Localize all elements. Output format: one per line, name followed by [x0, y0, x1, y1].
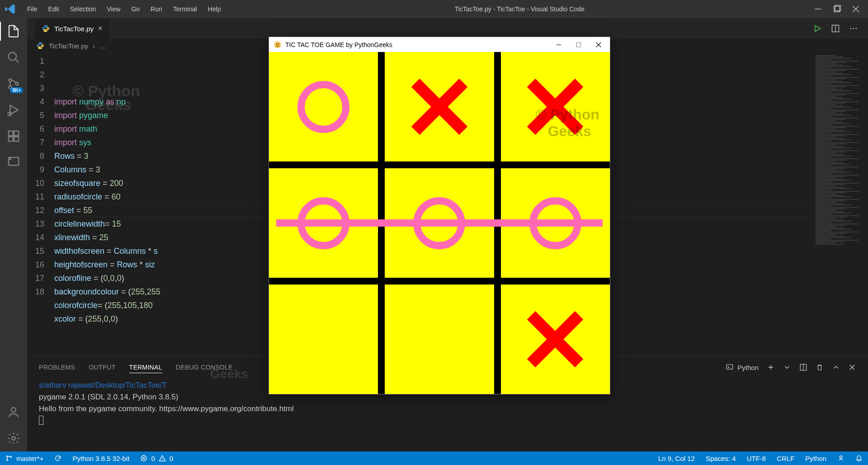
explorer-icon[interactable]	[7, 24, 20, 38]
extensions-icon[interactable]	[7, 129, 20, 143]
new-terminal-icon[interactable]	[767, 363, 775, 371]
status-problems[interactable]: 0 0	[135, 451, 179, 465]
svg-point-5	[15, 82, 18, 85]
game-cell-0-2[interactable]	[501, 52, 610, 161]
tab-tictactoe[interactable]: TicTacToe.py ×	[35, 18, 109, 39]
game-maximize-icon[interactable]	[576, 42, 582, 48]
status-spaces[interactable]: Spaces: 4	[700, 455, 741, 462]
status-encoding[interactable]: UTF-8	[741, 455, 772, 462]
terminal-cursor	[39, 416, 43, 425]
breadcrumb-file: TicTacToe.py	[49, 42, 88, 50]
search-icon[interactable]	[7, 51, 20, 64]
python-file-icon	[42, 24, 50, 33]
tab-close-icon[interactable]: ×	[98, 24, 103, 33]
close-icon[interactable]	[852, 5, 860, 13]
status-language[interactable]: Python	[800, 455, 832, 462]
svg-rect-8	[14, 131, 19, 136]
menu-selection[interactable]: Selection	[66, 4, 101, 14]
status-branch[interactable]: master*+	[0, 451, 49, 465]
svg-rect-9	[9, 137, 13, 141]
scm-badge: 5K+	[10, 87, 23, 93]
panel-tab-problems[interactable]: PROBLEMS	[39, 362, 75, 373]
svg-point-26	[274, 41, 281, 48]
mark-x	[528, 312, 582, 366]
svg-point-22	[7, 460, 8, 461]
panel-close-icon[interactable]	[848, 363, 856, 371]
run-debug-icon[interactable]	[7, 103, 20, 117]
game-cell-0-1[interactable]	[385, 52, 494, 161]
mark-x	[528, 80, 582, 134]
run-file-icon[interactable]	[813, 24, 822, 33]
status-sync[interactable]	[49, 451, 67, 465]
pygame-icon	[274, 41, 282, 49]
minimap[interactable]	[814, 52, 868, 356]
svg-point-23	[10, 456, 12, 458]
activity-bar: 5K+	[0, 18, 27, 451]
status-bell-icon[interactable]	[850, 455, 868, 462]
settings-gear-icon[interactable]	[7, 432, 20, 445]
window-title: TicTacToe.py - TicTacToe - Visual Studio…	[225, 5, 814, 13]
window-controls	[814, 5, 863, 13]
svg-point-2	[9, 52, 17, 61]
statusbar: master*+ Python 3.8.5 32-bit 0 0 Ln 9, C…	[0, 451, 868, 465]
svg-point-28	[278, 43, 279, 44]
chevron-up-icon[interactable]	[832, 363, 840, 371]
svg-point-3	[9, 79, 11, 81]
game-close-icon[interactable]	[595, 42, 602, 48]
trash-icon[interactable]	[816, 363, 824, 371]
panel-tab-output[interactable]: OUTPUT	[89, 362, 115, 373]
split-editor-icon[interactable]	[831, 24, 840, 33]
panel-tab-debug[interactable]: DEBUG CONSOLE	[176, 362, 233, 373]
status-position[interactable]: Ln 9, Col 12	[653, 455, 700, 462]
game-titlebar[interactable]: TIC TAC TOE GAME by PythonGeeks	[269, 37, 610, 52]
menu-help[interactable]: Help	[203, 4, 226, 14]
terminal-dropdown[interactable]: Python	[726, 363, 759, 371]
split-terminal-icon[interactable]	[799, 363, 807, 371]
status-warnings: 0	[170, 455, 173, 462]
mark-x	[412, 80, 467, 134]
game-cell-2-0[interactable]	[269, 285, 378, 394]
panel-tab-terminal[interactable]: TERMINAL	[129, 362, 162, 373]
titlebar: File Edit Selection View Go Run Terminal…	[0, 0, 868, 18]
editor-tabbar: TicTacToe.py ×	[27, 18, 868, 39]
terminal-line: Hello from the pygame community. https:/…	[39, 403, 856, 415]
vscode-icon	[5, 3, 16, 15]
menu-edit[interactable]: Edit	[44, 4, 64, 14]
terminal-path: s/atharv rajawat/Desktop/TicTacToe/T	[39, 381, 167, 389]
svg-point-12	[9, 158, 11, 160]
menu-go[interactable]: Go	[127, 4, 144, 14]
menu-terminal[interactable]: Terminal	[169, 4, 202, 14]
menu-run[interactable]: Run	[146, 4, 167, 14]
minimize-icon[interactable]	[814, 5, 822, 13]
chevron-down-icon[interactable]	[783, 363, 791, 371]
svg-point-16	[850, 28, 852, 29]
win-line	[276, 219, 603, 227]
svg-rect-19	[727, 365, 733, 370]
status-eol[interactable]: CRLF	[771, 455, 800, 462]
mark-o	[297, 81, 349, 133]
svg-point-17	[853, 28, 854, 29]
terminal-dropdown-label: Python	[737, 364, 759, 371]
svg-rect-10	[14, 137, 19, 141]
game-minimize-icon[interactable]	[556, 42, 562, 48]
accounts-icon[interactable]	[7, 405, 20, 419]
more-icon[interactable]	[849, 24, 858, 33]
game-canvas[interactable]: © Python Geeks	[269, 52, 610, 394]
menubar: File Edit Selection View Go Run Terminal…	[23, 4, 225, 14]
menu-file[interactable]: File	[23, 4, 42, 14]
status-branch-label: master*+	[16, 455, 43, 462]
chevron-right-icon: ›	[93, 42, 95, 50]
remote-icon[interactable]	[7, 156, 20, 169]
status-feedback-icon[interactable]	[832, 455, 850, 462]
maximize-icon[interactable]	[833, 5, 841, 13]
status-python[interactable]: Python 3.8.5 32-bit	[67, 451, 135, 465]
svg-point-27	[276, 43, 277, 44]
source-control-icon[interactable]: 5K+	[7, 77, 20, 90]
line-gutter: 123456789101112131415161718	[27, 52, 54, 356]
game-cell-2-2[interactable]	[501, 285, 610, 394]
game-title: TIC TAC TOE GAME by PythonGeeks	[285, 41, 392, 48]
game-window[interactable]: TIC TAC TOE GAME by PythonGeeks © Python…	[269, 37, 610, 394]
menu-view[interactable]: View	[102, 4, 125, 14]
game-cell-2-1[interactable]	[385, 285, 494, 394]
game-cell-0-0[interactable]	[269, 52, 378, 161]
